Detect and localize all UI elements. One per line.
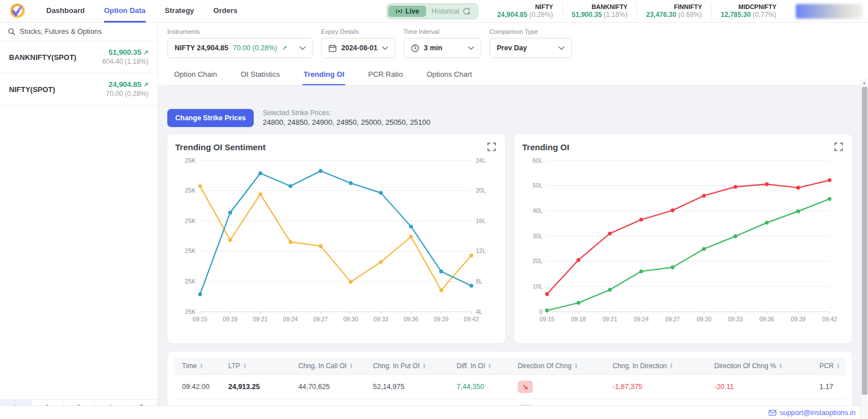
index-nifty: NIFTY 24,904.85 (0.28%) bbox=[488, 3, 562, 19]
up-right-arrow-icon: ↗ bbox=[144, 49, 149, 56]
column-label: Chng. In Call OI bbox=[298, 362, 346, 370]
cell-diff-oi: 7,44,350 bbox=[452, 375, 513, 399]
chart-title: Trending OI Sentiment bbox=[175, 142, 266, 152]
index-value: 51,900.35 bbox=[572, 11, 602, 19]
scrollbar-thumb[interactable] bbox=[862, 87, 867, 395]
column-header-direction-of-chng-[interactable]: Direction Of Chng %▲▼ bbox=[710, 357, 815, 375]
support-email-text: support@instaoptions.in bbox=[780, 409, 856, 417]
sidebar-search bbox=[0, 23, 158, 41]
watchlist-item-nifty[interactable]: NIFTY(SPOT) 24,904.85 ↗ 70.00 (0.28%) bbox=[0, 73, 158, 106]
tab-trending-oi[interactable]: Trending OI bbox=[302, 65, 345, 85]
vertical-scrollbar[interactable]: ▲ bbox=[860, 79, 868, 419]
tab-option-chain[interactable]: Option Chain bbox=[173, 65, 218, 85]
index-change: (0.28%) bbox=[530, 11, 553, 19]
filter-instruments: Instruments NIFTY 24,904.85 70.00 (0.28%… bbox=[167, 28, 313, 58]
svg-text:09:21: 09:21 bbox=[253, 316, 268, 322]
column-header-diff-in-oi[interactable]: Diff. In OI▲▼ bbox=[452, 357, 513, 375]
filter-expiry: Expiry Details 2024-08-01 bbox=[321, 28, 396, 58]
fullscreen-icon[interactable] bbox=[486, 141, 497, 152]
column-header-time[interactable]: Time▲▼ bbox=[174, 357, 224, 375]
svg-text:25K: 25K bbox=[185, 247, 196, 254]
search-input[interactable] bbox=[20, 28, 150, 36]
svg-text:09:27: 09:27 bbox=[313, 316, 328, 322]
svg-text:25K: 25K bbox=[185, 157, 196, 164]
interval-select[interactable]: 3 min bbox=[403, 38, 481, 58]
cell-chng-in-direction: -1,87,375 bbox=[608, 375, 710, 399]
filter-label: Instruments bbox=[167, 28, 313, 35]
selected-strikes-label: Selected Strike Prices: bbox=[263, 108, 430, 117]
expiry-select[interactable]: 2024-08-01 bbox=[321, 38, 396, 58]
sort-icon: ▲▼ bbox=[836, 363, 840, 369]
column-label: Chng. In Put OI bbox=[373, 362, 420, 370]
trending-oi-sentiment-card: Trending OI Sentiment 25K24L25K20L25K16L… bbox=[167, 134, 505, 343]
history-icon bbox=[462, 7, 471, 15]
svg-text:09:18: 09:18 bbox=[571, 316, 585, 322]
account-area-blurred[interactable] bbox=[796, 4, 862, 19]
toggle-historical[interactable]: Historical bbox=[426, 6, 476, 17]
watch-price: 24,904.85 bbox=[108, 80, 141, 89]
nav-item-strategy[interactable]: Strategy bbox=[165, 0, 194, 23]
app-logo-icon[interactable] bbox=[9, 3, 26, 20]
tab-pcr-ratio[interactable]: PCR Ratio bbox=[367, 65, 403, 85]
column-header-chng-in-direction[interactable]: Chng. In Direction▲▼ bbox=[608, 357, 710, 375]
comparison-select[interactable]: Prev Day bbox=[489, 38, 572, 58]
svg-text:09:18: 09:18 bbox=[223, 316, 237, 322]
sort-icon: ▲▼ bbox=[423, 363, 426, 369]
fullscreen-icon[interactable] bbox=[833, 141, 844, 152]
interval-value: 3 min bbox=[424, 44, 442, 52]
up-right-arrow-icon: ↗ bbox=[282, 45, 287, 52]
index-value: 12,785.30 bbox=[721, 11, 750, 19]
column-header-chng-in-call-oi[interactable]: Chng. In Call OI▲▼ bbox=[294, 357, 368, 375]
filter-label: Comparison Type bbox=[489, 28, 572, 35]
svg-text:09:24: 09:24 bbox=[634, 316, 649, 322]
column-header-direction-of-chng[interactable]: Direction Of Chng▲▼ bbox=[513, 357, 608, 375]
chevron-down-icon bbox=[468, 46, 474, 50]
tab-options-chart[interactable]: Options Chart bbox=[426, 65, 473, 85]
instruments-select[interactable]: NIFTY 24,904.85 70.00 (0.28%) ↗ bbox=[167, 38, 313, 58]
svg-text:09:36: 09:36 bbox=[760, 316, 774, 322]
nav-item-dashboard[interactable]: Dashboard bbox=[46, 0, 85, 23]
svg-text:50L: 50L bbox=[532, 182, 542, 189]
topbar: DashboardOption DataStrategyOrders Live … bbox=[0, 0, 868, 23]
column-label: Direction Of Chng % bbox=[714, 362, 776, 370]
trending-oi-content: Change Strike Prices Selected Strike Pri… bbox=[158, 101, 860, 419]
svg-text:25K: 25K bbox=[185, 308, 196, 315]
scroll-up-arrow-icon[interactable]: ▲ bbox=[861, 79, 868, 85]
cell-direction-pct: -20.11 bbox=[710, 375, 815, 399]
svg-text:30L: 30L bbox=[532, 233, 542, 239]
search-icon bbox=[8, 28, 15, 36]
svg-text:4L: 4L bbox=[476, 308, 483, 315]
svg-text:09:30: 09:30 bbox=[344, 316, 358, 322]
support-email-link[interactable]: support@instaoptions.in bbox=[769, 409, 856, 417]
filter-interval: Time Interval 3 min bbox=[403, 28, 481, 58]
nav-item-option-data[interactable]: Option Data bbox=[104, 0, 146, 23]
index-name: FINNIFTY bbox=[646, 3, 702, 11]
cell-direction: ↘ bbox=[513, 375, 608, 399]
svg-text:25K: 25K bbox=[185, 217, 196, 224]
change-strike-prices-button[interactable]: Change Strike Prices bbox=[167, 109, 254, 127]
tab-oi-statistics[interactable]: OI Statistics bbox=[240, 65, 281, 85]
svg-text:09:39: 09:39 bbox=[434, 316, 449, 322]
clock-icon bbox=[411, 44, 419, 53]
column-label: PCR bbox=[819, 362, 834, 370]
svg-text:09:36: 09:36 bbox=[403, 316, 418, 322]
column-header-ltp[interactable]: LTP▲▼ bbox=[224, 357, 294, 375]
nav-item-orders[interactable]: Orders bbox=[214, 0, 238, 23]
footer: support@instaoptions.in bbox=[0, 405, 868, 419]
direction-down-badge-icon: ↘ bbox=[518, 381, 533, 393]
expiry-value: 2024-08-01 bbox=[341, 44, 377, 52]
svg-text:20L: 20L bbox=[532, 257, 542, 264]
filter-panel: Instruments NIFTY 24,904.85 70.00 (0.28%… bbox=[158, 23, 868, 86]
svg-text:10L: 10L bbox=[532, 283, 542, 290]
column-header-chng-in-put-oi[interactable]: Chng. In Put OI▲▼ bbox=[368, 357, 452, 375]
svg-text:09:33: 09:33 bbox=[728, 316, 743, 322]
svg-text:09:42: 09:42 bbox=[822, 316, 837, 322]
watchlist-item-banknifty[interactable]: BANKNIFTY(SPOT) 51,900.35 ↗ 604.40 (1.18… bbox=[0, 41, 158, 73]
toggle-live[interactable]: Live bbox=[388, 6, 426, 17]
column-header-pcr[interactable]: PCR▲▼ bbox=[815, 357, 847, 375]
chevron-down-icon bbox=[300, 46, 306, 50]
sort-icon: ▲▼ bbox=[199, 363, 203, 369]
filter-comparison: Comparison Type Prev Day bbox=[489, 28, 572, 58]
svg-text:09:15: 09:15 bbox=[193, 316, 207, 322]
sort-icon: ▲▼ bbox=[488, 363, 491, 369]
